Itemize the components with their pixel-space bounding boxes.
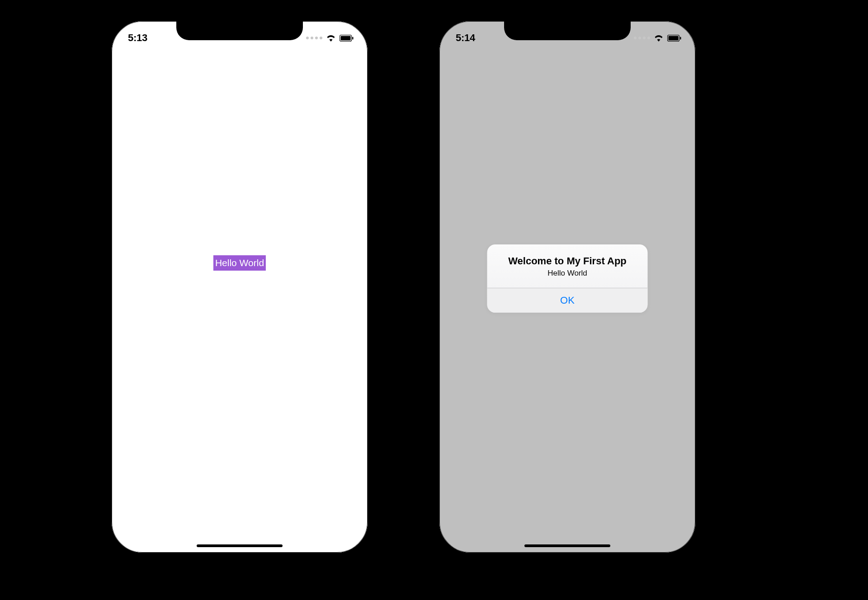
svg-rect-4: [669, 36, 679, 40]
home-indicator[interactable]: [524, 544, 610, 547]
alert-message: Hello World: [496, 269, 639, 278]
alert-ok-button[interactable]: OK: [487, 288, 648, 313]
alert-dialog: Welcome to My First App Hello World OK: [487, 244, 648, 313]
power-button: [376, 148, 377, 206]
wifi-icon: [326, 34, 336, 42]
svg-rect-5: [680, 37, 681, 39]
volume-up-button: [102, 136, 104, 176]
volume-up-button: [429, 136, 431, 176]
phone-mockup-right: 5:14 Welcome to My First App Hello World…: [429, 11, 705, 562]
volume-down-button: [429, 184, 431, 224]
battery-icon: [667, 35, 682, 42]
alert-body: Welcome to My First App Hello World: [487, 244, 648, 288]
power-button: [703, 148, 705, 206]
phone-notch: [504, 20, 631, 40]
status-indicators: [634, 34, 682, 42]
volume-down-button: [102, 184, 104, 224]
hello-world-button[interactable]: Hello World: [213, 255, 266, 271]
svg-rect-2: [352, 37, 354, 39]
silence-switch: [429, 98, 431, 118]
status-indicators: [306, 34, 354, 42]
cellular-signal-icon: [634, 37, 650, 39]
silence-switch: [102, 98, 104, 118]
phone-notch: [176, 20, 303, 40]
home-indicator[interactable]: [197, 544, 283, 547]
alert-title: Welcome to My First App: [496, 255, 639, 267]
phone-mockup-left: 5:13 Hello World: [102, 11, 377, 562]
wifi-icon: [654, 34, 664, 42]
svg-rect-1: [341, 36, 351, 40]
status-time: 5:14: [456, 32, 475, 44]
phone-screen-dimmed: 5:14 Welcome to My First App Hello World…: [439, 21, 695, 553]
status-time: 5:13: [128, 32, 147, 44]
cellular-signal-icon: [306, 37, 322, 39]
phone-screen: 5:13 Hello World: [112, 21, 368, 553]
battery-icon: [340, 35, 354, 42]
